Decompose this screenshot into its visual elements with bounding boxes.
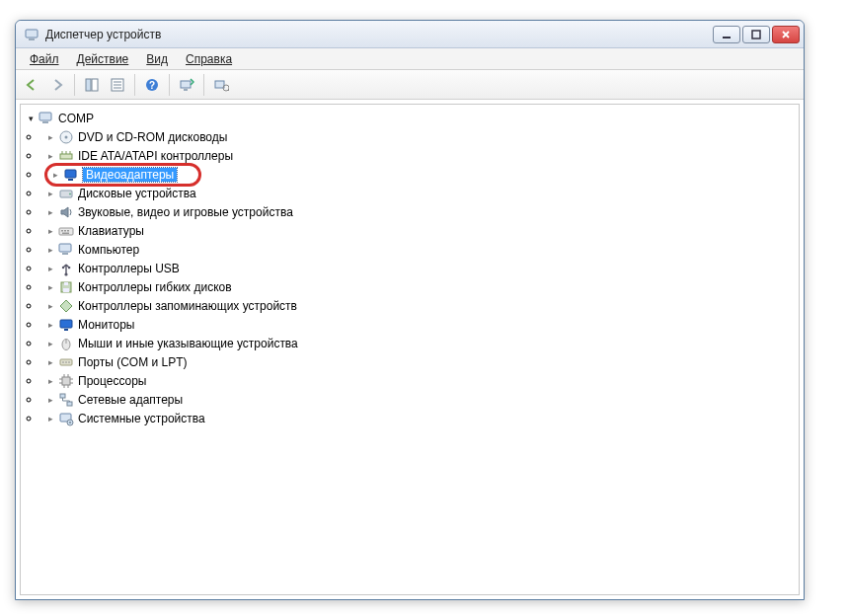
tree-item[interactable]: Компьютер (40, 240, 799, 259)
tree-item[interactable]: Процессоры (40, 371, 799, 390)
menu-file[interactable]: Файл (22, 50, 67, 68)
svg-rect-35 (62, 253, 68, 255)
svg-rect-3 (752, 31, 760, 38)
tree-item[interactable]: Контроллеры запоминающих устройств (40, 296, 799, 315)
tree-item-label: Контроллеры USB (78, 262, 180, 275)
svg-rect-43 (64, 329, 68, 331)
expander-icon[interactable] (44, 394, 56, 406)
toolbar-separator (169, 74, 170, 96)
tree-item[interactable]: Системные устройства (40, 409, 799, 427)
svg-rect-14 (215, 81, 224, 88)
svg-rect-33 (62, 232, 69, 234)
properties-button[interactable] (106, 73, 129, 97)
tree-item-label: Контроллеры запоминающих устройств (78, 299, 297, 313)
svg-rect-12 (181, 81, 191, 88)
device-manager-window: Диспетчер устройств Файл Действие Вид Сп… (15, 20, 805, 600)
menubar: Файл Действие Вид Справка (16, 48, 804, 70)
back-button[interactable] (20, 73, 43, 97)
system-icon (58, 411, 74, 426)
expander-icon[interactable] (44, 225, 56, 237)
menu-help[interactable]: Справка (178, 50, 240, 68)
tree-item[interactable]: DVD и CD-ROM дисководы (40, 127, 799, 146)
svg-text:?: ? (149, 80, 155, 91)
expander-icon[interactable] (44, 188, 56, 199)
network-icon (58, 392, 74, 408)
tree-item[interactable]: Контроллеры гибких дисков (40, 277, 799, 296)
expander-icon[interactable] (44, 206, 56, 218)
expander-icon[interactable] (44, 319, 56, 331)
svg-rect-50 (62, 377, 70, 385)
close-button[interactable] (772, 26, 800, 43)
keyboard-icon (58, 223, 74, 239)
forward-button[interactable] (45, 73, 69, 97)
tree-item-label: Порты (COM и LPT) (78, 355, 188, 369)
tree-item[interactable]: Порты (COM и LPT) (40, 352, 799, 371)
tree-item-label: Контроллеры гибких дисков (78, 280, 232, 294)
menu-view[interactable]: Вид (138, 50, 176, 68)
expander-icon[interactable] (44, 131, 56, 143)
expander-icon[interactable] (44, 375, 56, 387)
tree-item[interactable]: Видеоадаптеры (40, 165, 799, 184)
tree-item[interactable]: Дисковые устройства (40, 184, 799, 202)
device-tree-panel: COMP DVD и CD-ROM дисководыIDE ATA/ATAPI… (20, 104, 800, 595)
svg-point-48 (65, 361, 67, 363)
expander-icon[interactable] (44, 244, 56, 256)
svg-rect-32 (67, 230, 69, 232)
window-title: Диспетчер устройств (45, 28, 713, 41)
usb-icon (58, 261, 74, 276)
toolbar-separator (203, 74, 204, 96)
svg-point-49 (68, 361, 70, 363)
svg-rect-26 (68, 179, 73, 181)
cpu-icon (58, 373, 74, 389)
maximize-button[interactable] (742, 26, 770, 43)
tree-item[interactable]: Клавиатуры (40, 221, 799, 240)
expander-icon[interactable] (25, 113, 37, 124)
toolbar-separator (134, 74, 135, 96)
svg-point-20 (65, 135, 68, 138)
svg-rect-1 (29, 38, 35, 40)
monitor-icon (58, 317, 74, 333)
svg-rect-0 (26, 30, 38, 38)
svg-rect-34 (59, 244, 71, 252)
svg-rect-42 (60, 320, 72, 328)
minimize-button[interactable] (713, 26, 740, 43)
tree-item[interactable]: Звуковые, видео и игровые устройства (40, 202, 799, 221)
mouse-icon (58, 336, 74, 351)
tree-item[interactable]: Мыши и иные указывающие устройства (40, 334, 799, 352)
display-adapter-icon (63, 167, 79, 183)
toolbar: ? (16, 70, 804, 100)
tree-item-label: Мониторы (78, 318, 134, 332)
help-button[interactable]: ? (140, 73, 164, 97)
tree-root-label: COMP (58, 112, 94, 125)
tree-item[interactable]: Мониторы (40, 315, 799, 334)
svg-rect-18 (42, 121, 48, 123)
show-hide-tree-button[interactable] (80, 73, 104, 97)
svg-rect-40 (64, 282, 68, 285)
tree-root[interactable]: COMP (21, 109, 799, 127)
tree-item[interactable]: Сетевые адаптеры (40, 390, 799, 409)
expander-icon[interactable] (44, 281, 56, 293)
svg-point-36 (64, 272, 67, 275)
tree-item-label: Мыши и иные указывающие устройства (78, 337, 298, 350)
port-icon (58, 354, 74, 370)
svg-rect-60 (67, 402, 72, 406)
expander-icon[interactable] (44, 356, 56, 368)
expander-icon[interactable] (44, 263, 56, 274)
expander-icon[interactable] (49, 169, 61, 181)
devices-printers-button[interactable] (209, 73, 233, 97)
scan-hardware-button[interactable] (175, 73, 198, 97)
menu-action[interactable]: Действие (69, 50, 137, 68)
tree-item[interactable]: Контроллеры USB (40, 259, 799, 277)
expander-icon[interactable] (44, 150, 56, 162)
expander-icon[interactable] (44, 338, 56, 349)
svg-rect-38 (68, 267, 70, 269)
svg-rect-17 (39, 113, 51, 120)
svg-rect-5 (92, 79, 98, 91)
titlebar[interactable]: Диспетчер устройств (16, 21, 804, 48)
expander-icon[interactable] (44, 300, 56, 312)
storage-ctrl-icon (58, 298, 74, 314)
tree-item-label: DVD и CD-ROM дисководы (78, 130, 227, 144)
expander-icon[interactable] (44, 413, 56, 424)
svg-rect-2 (723, 37, 731, 38)
disc-icon (58, 129, 74, 145)
